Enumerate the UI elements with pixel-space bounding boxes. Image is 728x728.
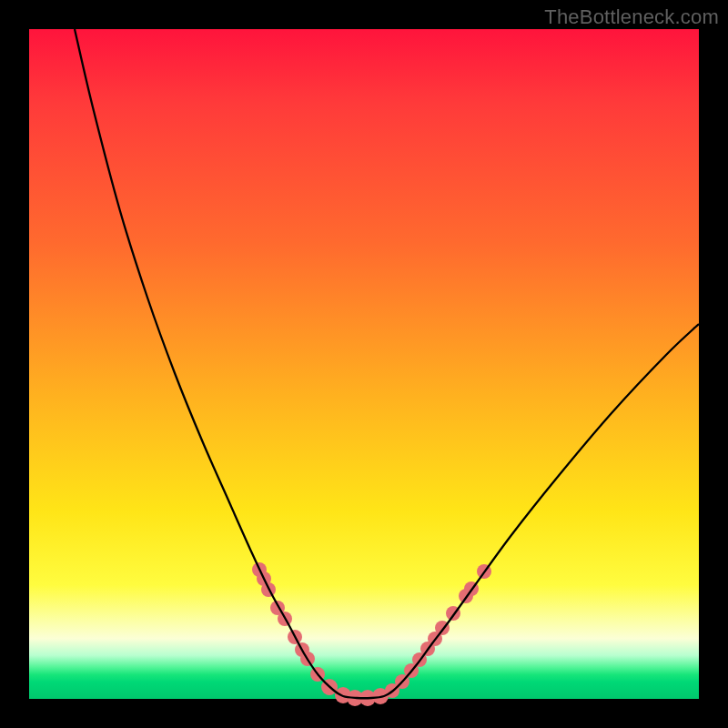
dots-layer [252,562,491,706]
bottleneck-curve [75,29,699,698]
curve-svg [29,29,699,699]
watermark-text: TheBottleneck.com [544,5,719,29]
plot-area [29,29,699,699]
chart-frame: TheBottleneck.com [0,0,728,728]
